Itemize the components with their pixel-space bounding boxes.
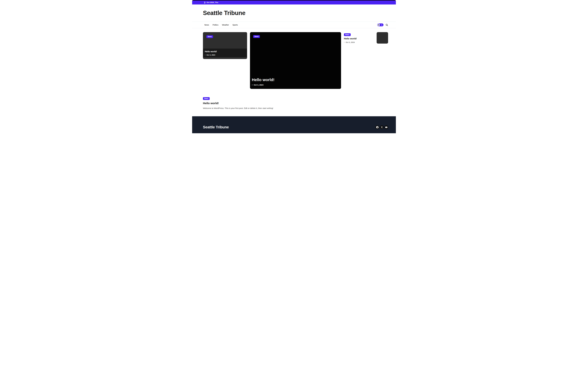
top-bar: 3 Oct 2024, Thu bbox=[192, 0, 396, 4]
nav-item-news[interactable]: News bbox=[204, 24, 209, 26]
post-title[interactable]: Hello world! bbox=[203, 102, 388, 105]
post-meta: Oct 3, 2024 bbox=[205, 54, 245, 56]
facebook-icon bbox=[376, 125, 379, 129]
category-badge[interactable]: News bbox=[203, 97, 210, 100]
post-card-small[interactable]: News Hello world! Oct 3, 2024 bbox=[203, 32, 247, 59]
bullet-icon bbox=[344, 42, 345, 43]
x-button[interactable] bbox=[380, 125, 384, 129]
x-icon bbox=[380, 125, 384, 129]
moon-icon bbox=[381, 24, 383, 26]
post-card-featured[interactable]: News Hello world! Oct 3, 2024 bbox=[250, 32, 341, 89]
nav-item-sports[interactable]: Sports bbox=[232, 24, 238, 26]
post-date: Oct 3, 2024 bbox=[254, 84, 263, 86]
post-card-footer-strip bbox=[203, 57, 247, 59]
facebook-button[interactable] bbox=[376, 125, 379, 129]
post-meta: Oct 3, 2024 bbox=[252, 84, 339, 86]
page: 3 Oct 2024, Thu Seattle Tribune News Pol… bbox=[192, 0, 396, 133]
main-content: News Hello world! Oct 3, 2024 News Hel bbox=[192, 28, 396, 109]
search-button[interactable] bbox=[385, 23, 388, 26]
date-day: 3 bbox=[204, 1, 206, 4]
theme-toggle[interactable] bbox=[377, 23, 383, 26]
featured-body: Hello world! Oct 3, 2024 bbox=[252, 77, 339, 86]
date-bar: 3 Oct 2024, Thu bbox=[192, 0, 396, 4]
post-title[interactable]: Hello world! bbox=[344, 38, 373, 40]
nav-item-weather[interactable]: Weather bbox=[222, 24, 229, 26]
social-links bbox=[376, 125, 388, 129]
post-thumbnail[interactable] bbox=[377, 32, 388, 44]
post-date: Oct 3, 2024 bbox=[346, 41, 355, 43]
youtube-button[interactable] bbox=[384, 125, 388, 129]
sun-icon bbox=[378, 24, 380, 26]
latest-post-section: News Hello world! Welcome to WordPress. … bbox=[203, 97, 388, 109]
nav-list: News Politics Weather Sports bbox=[204, 24, 238, 26]
post-row-text: News Hello world! Oct 3, 2024 bbox=[344, 32, 373, 43]
main-nav: News Politics Weather Sports bbox=[192, 21, 396, 28]
post-card-body: Hello world! Oct 3, 2024 bbox=[203, 49, 247, 57]
category-badge[interactable]: News bbox=[253, 35, 260, 38]
site-header: Seattle Tribune bbox=[192, 4, 396, 21]
post-title[interactable]: Hello world! bbox=[205, 50, 245, 53]
post-date: Oct 3, 2024 bbox=[207, 54, 215, 56]
hero-grid: News Hello world! Oct 3, 2024 News Hel bbox=[203, 32, 388, 89]
footer-site-title[interactable]: Seattle Tribune bbox=[203, 125, 229, 129]
footer: Seattle Tribune bbox=[192, 116, 396, 133]
bullet-icon bbox=[205, 55, 206, 55]
nav-item-politics[interactable]: Politics bbox=[212, 24, 218, 26]
post-thumbnail: News bbox=[203, 32, 247, 49]
post-list-item[interactable]: News Hello world! Oct 3, 2024 bbox=[344, 32, 388, 89]
post-excerpt: Welcome to WordPress. This is your first… bbox=[203, 107, 388, 109]
nav-right bbox=[377, 23, 388, 26]
featured-badge-row: News bbox=[253, 35, 339, 38]
date-text: Oct 2024, Thu bbox=[207, 1, 218, 3]
search-icon bbox=[385, 23, 388, 26]
youtube-icon bbox=[384, 125, 388, 129]
category-badge[interactable]: News bbox=[206, 35, 213, 38]
bullet-icon bbox=[252, 85, 253, 85]
post-meta: Oct 3, 2024 bbox=[344, 41, 373, 43]
site-title[interactable]: Seattle Tribune bbox=[203, 9, 385, 17]
category-badge[interactable]: News bbox=[344, 33, 351, 36]
post-title[interactable]: Hello world! bbox=[252, 77, 339, 82]
